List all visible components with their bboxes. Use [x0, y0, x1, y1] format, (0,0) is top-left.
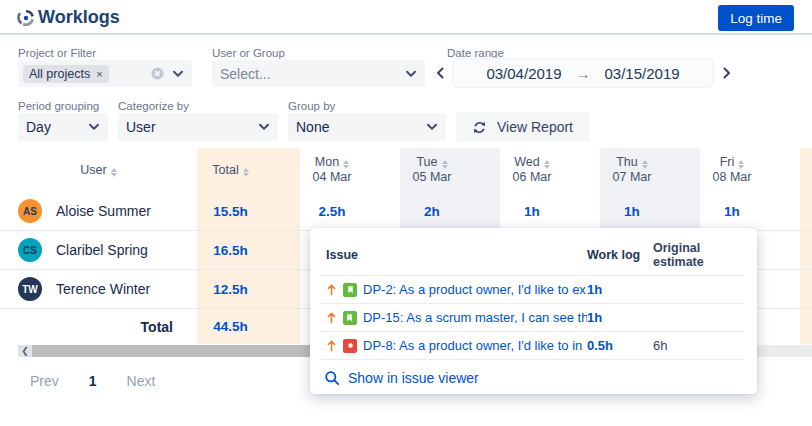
period-grouping-select[interactable]: Day	[18, 113, 108, 141]
original-estimate-column-header: Original estimate	[653, 241, 743, 269]
remove-tag-icon[interactable]: ×	[96, 68, 102, 80]
day-hours-cell[interactable]: 2h	[382, 204, 482, 219]
day-column-header-mon[interactable]: Mon04 Mar	[282, 155, 382, 185]
priority-high-icon	[326, 283, 337, 296]
issue-link[interactable]: DP-8: As a product owner, I'd like to in	[363, 338, 582, 353]
chevron-down-icon[interactable]	[426, 123, 438, 131]
categorize-by-value: User	[126, 119, 156, 135]
popup-issue-row[interactable]: DP-15: As a scrum master, I can see th 1…	[320, 304, 743, 332]
sort-icon[interactable]	[642, 160, 648, 169]
chevron-down-icon[interactable]	[88, 123, 100, 131]
story-type-icon	[343, 283, 357, 297]
log-time-button[interactable]: Log time	[718, 5, 794, 31]
refresh-icon	[472, 120, 487, 135]
user-group-label: User or Group	[212, 47, 285, 59]
date-label: 07 Mar	[582, 170, 682, 185]
group-by-label: Group by	[288, 100, 335, 112]
day-column-header-fri[interactable]: Fri08 Mar	[682, 155, 782, 185]
popup-issue-row[interactable]: DP-2: As a product owner, I'd like to ex…	[320, 276, 743, 304]
table-header-row: User Total Mon04 Mar Tue05 Mar Wed06 Mar…	[0, 148, 812, 192]
clear-select-icon[interactable]	[151, 67, 164, 80]
chevron-down-icon[interactable]	[258, 123, 270, 131]
day-hours-cell[interactable]: 1h	[682, 204, 782, 219]
issue-link[interactable]: DP-2: As a product owner, I'd like to ex	[363, 282, 586, 297]
sort-icon[interactable]	[442, 160, 448, 169]
grand-total-value: 44.5h	[179, 319, 282, 334]
issue-link[interactable]: DP-15: As a scrum master, I can see th	[363, 310, 587, 325]
original-estimate-value: 6h	[653, 338, 743, 353]
day-label: Tue	[416, 155, 437, 169]
date-label: 04 Mar	[282, 170, 382, 185]
issue-column-header: Issue	[326, 248, 587, 262]
user-group-placeholder: Select...	[220, 66, 271, 82]
next-page-link[interactable]: Next	[127, 373, 156, 389]
work-log-value[interactable]: 0.5h	[587, 338, 653, 353]
popup-header-row: Issue Work log Original estimate	[320, 238, 743, 276]
date-label: 06 Mar	[482, 170, 582, 185]
total-hours-cell[interactable]: 12.5h	[179, 282, 282, 297]
sort-icon[interactable]	[111, 168, 117, 177]
current-page[interactable]: 1	[89, 373, 97, 389]
day-column-header-wed[interactable]: Wed06 Mar	[482, 155, 582, 185]
grand-total-label: Total	[0, 319, 179, 335]
chevron-down-icon[interactable]	[405, 70, 417, 78]
group-by-value: None	[296, 119, 329, 135]
avatar: CS	[18, 238, 42, 262]
table-row-aloise[interactable]: AS Aloise Summer 15.5h 2.5h 2h 1h 1h 1h	[0, 192, 812, 231]
categorize-by-select[interactable]: User	[118, 113, 278, 141]
page-title: Worklogs	[38, 7, 120, 28]
show-in-issue-viewer-link[interactable]: Show in issue viewer	[320, 370, 743, 386]
work-log-value[interactable]: 1h	[587, 310, 653, 325]
work-log-value[interactable]: 1h	[587, 282, 653, 297]
view-report-button[interactable]: View Report	[456, 112, 589, 142]
user-column-header[interactable]: User	[0, 163, 179, 177]
day-label: Wed	[514, 155, 539, 169]
user-name: Aloise Summer	[56, 203, 151, 219]
day-label: Fri	[720, 155, 735, 169]
chevron-down-icon[interactable]	[172, 70, 184, 78]
scroll-left-button[interactable]: ❮	[18, 345, 32, 357]
user-cell: AS Aloise Summer	[0, 199, 179, 223]
total-column-header[interactable]: Total	[179, 163, 282, 177]
date-label: 08 Mar	[682, 170, 782, 185]
project-filter-tag[interactable]: All projects ×	[23, 65, 109, 83]
pagination: Prev 1 Next	[30, 373, 155, 389]
sort-icon[interactable]	[738, 160, 744, 169]
sort-icon[interactable]	[243, 168, 249, 177]
user-name: Terence Winter	[56, 281, 150, 297]
work-log-column-header: Work log	[587, 248, 653, 262]
group-by-select[interactable]: None	[288, 113, 446, 141]
user-group-select[interactable]: Select...	[212, 60, 425, 87]
sort-icon[interactable]	[544, 160, 550, 169]
avatar: AS	[18, 199, 42, 223]
date-start-value[interactable]: 03/04/2019	[486, 65, 561, 82]
total-hours-cell[interactable]: 16.5h	[179, 243, 282, 258]
project-filter-select[interactable]: All projects ×	[18, 60, 192, 87]
day-column-header-thu[interactable]: Thu07 Mar	[582, 155, 682, 185]
date-range-input[interactable]: 03/04/2019 → 03/15/2019	[452, 58, 714, 88]
priority-high-icon	[326, 339, 337, 352]
date-next-button[interactable]	[718, 58, 734, 88]
date-range-arrow-icon: →	[576, 65, 591, 82]
user-name: Claribel Spring	[56, 242, 148, 258]
period-grouping-value: Day	[26, 119, 51, 135]
date-prev-button[interactable]	[432, 58, 448, 88]
priority-high-icon	[326, 311, 337, 324]
total-hours-cell[interactable]: 15.5h	[179, 204, 282, 219]
day-label: Mon	[315, 155, 339, 169]
date-end-value[interactable]: 03/15/2019	[605, 65, 680, 82]
avatar: TW	[18, 277, 42, 301]
categorize-by-label: Categorize by	[118, 100, 189, 112]
period-grouping-label: Period grouping	[18, 100, 99, 112]
popup-issue-row[interactable]: DP-8: As a product owner, I'd like to in…	[320, 332, 743, 360]
date-label: 05 Mar	[382, 170, 482, 185]
prev-page-link[interactable]: Prev	[30, 373, 59, 389]
day-hours-cell[interactable]: 1h	[482, 204, 582, 219]
day-hours-cell[interactable]: 1h	[582, 204, 682, 219]
sort-icon[interactable]	[343, 160, 349, 169]
show-in-issue-viewer-label: Show in issue viewer	[348, 370, 479, 386]
worklog-detail-popup: Issue Work log Original estimate DP-2: A…	[310, 228, 757, 394]
day-hours-cell[interactable]: 2.5h	[282, 204, 382, 219]
top-bar: Worklogs Log time	[0, 0, 812, 33]
day-column-header-tue[interactable]: Tue05 Mar	[382, 155, 482, 185]
